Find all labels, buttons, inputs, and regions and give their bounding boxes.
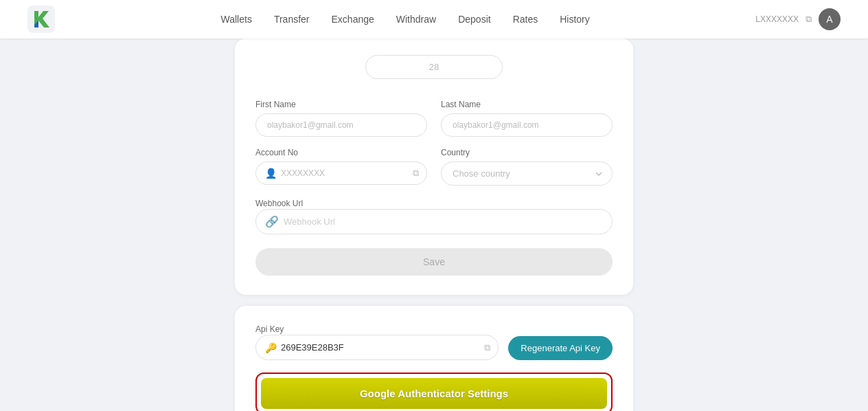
- header: Wallets Transfer Exchange Withdraw Depos…: [0, 0, 868, 38]
- webhook-input-wrap: 🔗: [255, 209, 613, 234]
- first-name-group: First Name: [255, 100, 427, 137]
- partial-top-input[interactable]: [365, 55, 503, 79]
- country-select[interactable]: Chose country: [441, 162, 613, 186]
- webhook-row: Webhook Url 🔗: [255, 197, 613, 234]
- key-icon: 🔑: [265, 342, 277, 353]
- avatar[interactable]: A: [819, 8, 841, 30]
- nav-wallets[interactable]: Wallets: [221, 14, 252, 25]
- account-no-input[interactable]: [255, 162, 427, 185]
- google-authenticator-button[interactable]: Google Authenticator Settings: [261, 378, 607, 409]
- api-key-row: Api Key 🔑 ⧉ Regenerate Api Key: [255, 322, 613, 360]
- nav-transfer[interactable]: Transfer: [274, 14, 310, 25]
- account-no-label: Account No: [255, 148, 427, 157]
- main-content: First Name Last Name Account No 👤 ⧉: [0, 38, 868, 411]
- content-wrapper: First Name Last Name Account No 👤 ⧉: [235, 38, 633, 411]
- first-name-label: First Name: [255, 100, 427, 109]
- main-nav: Wallets Transfer Exchange Withdraw Depos…: [221, 14, 590, 25]
- webhook-input[interactable]: [255, 209, 613, 234]
- save-button[interactable]: Save: [255, 248, 613, 276]
- api-key-input[interactable]: [255, 335, 499, 360]
- webhook-icon: 🔗: [265, 215, 279, 228]
- last-name-group: Last Name: [441, 100, 613, 137]
- api-key-card: Api Key 🔑 ⧉ Regenerate Api Key Google Au…: [235, 306, 633, 411]
- header-right: LXXXXXXX ⧉ A: [755, 8, 841, 30]
- api-key-input-wrap: 🔑 ⧉: [255, 335, 499, 360]
- google-auth-wrapper: Google Authenticator Settings: [255, 373, 613, 411]
- regenerate-api-key-button[interactable]: Regenerate Api Key: [508, 336, 613, 360]
- person-icon: 👤: [265, 168, 277, 179]
- user-id: LXXXXXXX: [755, 14, 799, 24]
- profile-form-card: First Name Last Name Account No 👤 ⧉: [235, 38, 633, 295]
- first-name-input[interactable]: [255, 113, 427, 137]
- country-group: Country Chose country: [441, 148, 613, 186]
- copy-user-id-icon[interactable]: ⧉: [806, 14, 812, 25]
- nav-history[interactable]: History: [560, 14, 590, 25]
- name-row: First Name Last Name: [255, 100, 613, 137]
- nav-deposit[interactable]: Deposit: [458, 14, 490, 25]
- api-key-label: Api Key: [255, 324, 284, 334]
- api-key-group: Api Key 🔑 ⧉: [255, 322, 499, 360]
- copy-api-key-btn[interactable]: ⧉: [484, 342, 490, 353]
- account-country-row: Account No 👤 ⧉ Country Chose country: [255, 148, 613, 186]
- last-name-label: Last Name: [441, 100, 613, 109]
- webhook-label: Webhook Url: [255, 199, 303, 208]
- nav-rates[interactable]: Rates: [513, 14, 538, 25]
- account-no-input-wrap: 👤 ⧉: [255, 162, 427, 185]
- account-no-group: Account No 👤 ⧉: [255, 148, 427, 186]
- copy-account-btn[interactable]: ⧉: [413, 168, 419, 179]
- logo: [27, 5, 55, 33]
- country-label: Country: [441, 148, 613, 157]
- nav-exchange[interactable]: Exchange: [332, 14, 374, 25]
- last-name-input[interactable]: [441, 113, 613, 137]
- nav-withdraw[interactable]: Withdraw: [396, 14, 436, 25]
